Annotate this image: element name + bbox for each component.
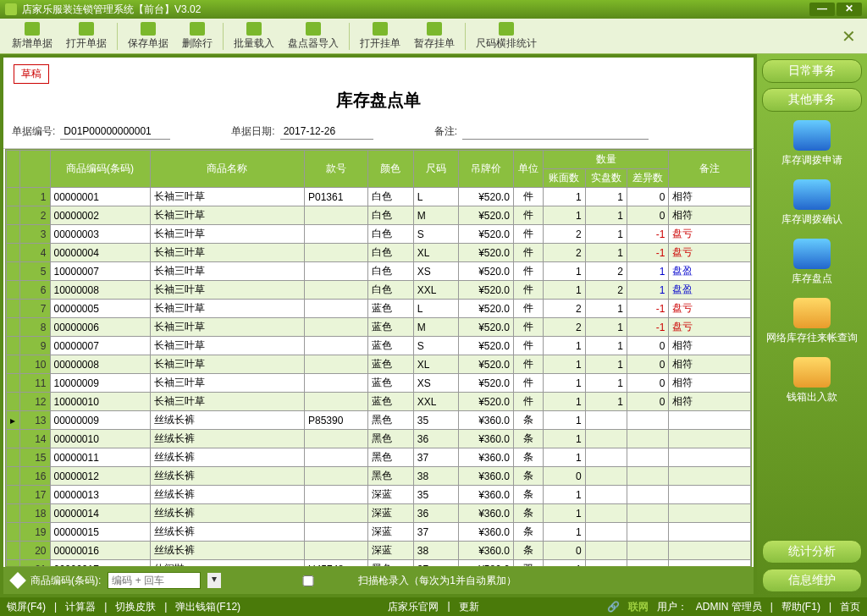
table-row[interactable]: ▸1300000009丝绒长裤P85390黑色35¥360.0条1	[7, 411, 751, 430]
close-button[interactable]: ✕	[837, 3, 862, 16]
grid[interactable]: 商品编码(条码) 商品名称 款号 颜色 尺码 吊牌价 单位 数量 备注 账面数 …	[5, 149, 752, 567]
table-row[interactable]: 2000000016丝绒长裤深蓝38¥360.0条0	[7, 542, 751, 560]
toolbar-icon	[25, 22, 40, 36]
toolbar-icon	[427, 22, 442, 36]
side-item-icon	[793, 179, 831, 210]
status-user: ADMIN 管理员	[696, 600, 762, 614]
col-book[interactable]: 账面数	[544, 169, 585, 188]
toolbar-暂存挂单[interactable]: 暂存挂单	[407, 20, 461, 52]
toolbar-icon	[141, 22, 156, 36]
table-row[interactable]: 800000006长袖三叶草蓝色M¥520.0件21-1盘亏	[7, 318, 751, 337]
status-店家乐官网[interactable]: 店家乐官网	[388, 600, 439, 614]
col-real[interactable]: 实盘数	[585, 169, 627, 188]
table-row[interactable]: 900000007长袖三叶草蓝色S¥520.0件110相符	[7, 337, 751, 355]
scan-checkbox-input[interactable]	[262, 575, 355, 586]
toolbar-盘点器导入[interactable]: 盘点器导入	[281, 20, 345, 52]
status-计算器[interactable]: 计算器	[65, 600, 96, 614]
search-label: 商品编码(条码):	[30, 574, 101, 588]
toolbar-icon	[306, 22, 321, 36]
status-home[interactable]: 首页	[840, 600, 860, 614]
col-unit[interactable]: 单位	[513, 151, 543, 188]
draft-badge: 草稿	[14, 64, 49, 84]
side-item-库存调拨申请[interactable]: 库存调拨申请	[762, 117, 862, 171]
status-锁屏(F4)[interactable]: 锁屏(F4)	[7, 600, 46, 614]
table-row[interactable]: 1500000011丝绒长裤黑色37¥360.0条1	[7, 448, 751, 467]
table-row[interactable]: 100000001长袖三叶草P01361白色L¥520.0件110相符	[7, 188, 751, 206]
table-row[interactable]: 510000007长袖三叶草白色XS¥520.0件121盘盈	[7, 262, 751, 281]
status-切换皮肤[interactable]: 切换皮肤	[115, 600, 156, 614]
col-code[interactable]: 商品编码(条码)	[50, 151, 150, 188]
toolbar-尺码横排统计[interactable]: 尺码横排统计	[469, 20, 544, 52]
search-input[interactable]	[108, 572, 201, 589]
toolbar-批量载入[interactable]: 批量载入	[227, 20, 281, 52]
page-title: 库存盘点单	[3, 84, 754, 120]
side-日常事务[interactable]: 日常事务	[762, 59, 862, 83]
doc-date-label: 单据日期:	[231, 124, 274, 139]
status-help[interactable]: 帮助(F1)	[781, 600, 820, 614]
side-item-库存盘点[interactable]: 库存盘点	[762, 235, 862, 289]
toolbar-icon	[373, 22, 388, 36]
table-row[interactable]: 400000004长袖三叶草白色XL¥520.0件21-1盘亏	[7, 244, 751, 262]
table-row[interactable]: 1600000012丝绒长裤黑色38¥360.0条0	[7, 467, 751, 486]
toolbar-保存单据[interactable]: 保存单据	[121, 20, 175, 52]
app-title: 店家乐服装连锁管理系统【前台】V3.02	[22, 3, 201, 17]
table-row[interactable]: 300000003长袖三叶草白色S¥520.0件21-1盘亏	[7, 225, 751, 244]
toolbar-icon	[190, 22, 205, 36]
search-bar: 商品编码(条码): ▾ 扫描枪录入（每次为1并自动累加）	[3, 567, 754, 594]
side-item-钱箱出入款[interactable]: 钱箱出入款	[762, 354, 862, 408]
table-row[interactable]: 610000008长袖三叶草白色XXL¥520.0件121盘盈	[7, 281, 751, 300]
table-row[interactable]: 1400000010丝绒长裤黑色36¥360.0条1	[7, 430, 751, 448]
col-color[interactable]: 颜色	[368, 151, 414, 188]
network-status: 联网	[628, 600, 649, 614]
toolbar-删除行[interactable]: 删除行	[175, 20, 219, 52]
table-row[interactable]: 200000002长袖三叶草白色M¥520.0件110相符	[7, 206, 751, 225]
side-panel: 日常事务其他事务库存调拨申请库存调拨确认库存盘点网络库存往来帐查询钱箱出入款统计…	[757, 54, 867, 597]
doc-id-label: 单据编号:	[12, 124, 55, 139]
status-更新[interactable]: 更新	[459, 600, 479, 614]
col-size[interactable]: 尺码	[413, 151, 459, 188]
app-logo-icon	[5, 3, 17, 15]
table-row[interactable]: 1000000008长袖三叶草蓝色XL¥520.0件110相符	[7, 355, 751, 374]
side-统计分析[interactable]: 统计分析	[762, 540, 862, 564]
col-qty-group: 数量	[544, 151, 669, 169]
side-其他事务[interactable]: 其他事务	[762, 88, 862, 112]
table-row[interactable]: 1700000013丝绒长裤深蓝35¥360.0条1	[7, 486, 751, 504]
side-item-网络库存往来帐查询[interactable]: 网络库存往来帐查询	[762, 294, 862, 349]
panel-close-icon[interactable]: ✕	[835, 25, 862, 48]
scan-checkbox[interactable]: 扫描枪录入（每次为1并自动累加）	[262, 574, 516, 588]
status-bar: 锁屏(F4)|计算器|切换皮肤|弹出钱箱(F12)店家乐官网|更新🔗联网用户：A…	[0, 597, 867, 616]
col-price[interactable]: 吊牌价	[459, 151, 513, 188]
titlebar: 店家乐服装连锁管理系统【前台】V3.02 — ✕	[0, 0, 867, 19]
doc-id-input[interactable]	[60, 124, 170, 140]
status-弹出钱箱(F12)[interactable]: 弹出钱箱(F12)	[175, 600, 240, 614]
table-row[interactable]: 1800000014丝绒长裤深蓝36¥360.0条1	[7, 504, 751, 523]
side-item-icon	[793, 357, 831, 388]
table-row[interactable]: 2100000017休闲鞋U45748黑色37¥580.0双1	[7, 560, 751, 568]
minimize-button[interactable]: —	[809, 3, 835, 16]
toolbar-icon	[79, 22, 94, 36]
col-name[interactable]: 商品名称	[150, 151, 304, 188]
network-icon: 🔗	[607, 601, 620, 613]
side-item-icon	[793, 120, 831, 151]
side-item-icon	[793, 239, 831, 269]
col-diff[interactable]: 差异数	[627, 169, 668, 188]
pencil-icon	[9, 572, 26, 589]
doc-date-input[interactable]	[280, 124, 373, 140]
side-item-库存调拨确认[interactable]: 库存调拨确认	[762, 176, 862, 230]
table-row[interactable]: 1900000015丝绒长裤深蓝37¥360.0条1	[7, 523, 751, 542]
col-remark[interactable]: 备注	[669, 151, 751, 188]
search-dropdown-icon[interactable]: ▾	[207, 573, 221, 588]
table-row[interactable]: 1210000010长袖三叶草蓝色XXL¥520.0件110相符	[7, 393, 751, 411]
toolbar: 新增单据打开单据保存单据删除行批量载入盘点器导入打开挂单暂存挂单尺码横排统计✕	[0, 19, 867, 54]
table-row[interactable]: 1110000009长袖三叶草蓝色XS¥520.0件110相符	[7, 374, 751, 393]
table-row[interactable]: 700000005长袖三叶草蓝色L¥520.0件21-1盘亏	[7, 300, 751, 318]
form-row: 单据编号: 单据日期: 备注:	[3, 120, 754, 149]
toolbar-icon	[246, 22, 262, 36]
doc-remark-input[interactable]	[462, 124, 649, 140]
toolbar-打开挂单[interactable]: 打开挂单	[353, 20, 407, 52]
side-信息维护[interactable]: 信息维护	[762, 569, 862, 592]
toolbar-打开单据[interactable]: 打开单据	[59, 20, 113, 52]
toolbar-新增单据[interactable]: 新增单据	[5, 20, 59, 52]
side-item-icon	[793, 298, 831, 328]
col-style[interactable]: 款号	[305, 151, 368, 188]
